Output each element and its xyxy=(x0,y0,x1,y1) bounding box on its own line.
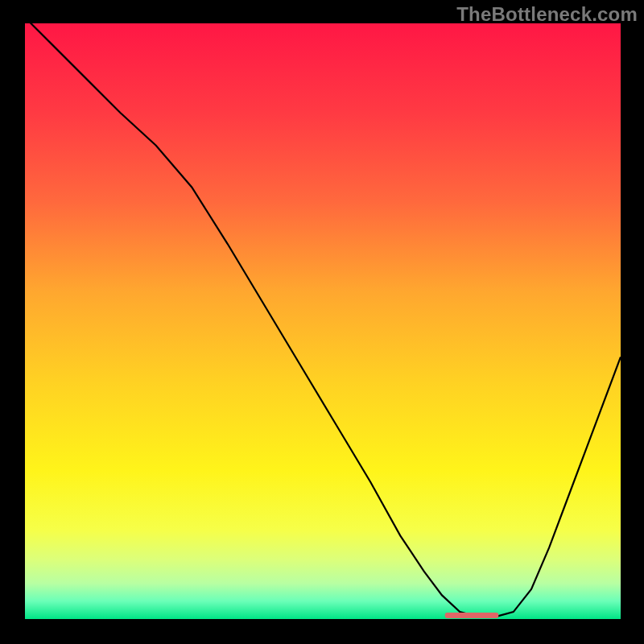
chart-svg xyxy=(25,23,621,619)
gradient-background xyxy=(25,23,621,619)
watermark-text: TheBottleneck.com xyxy=(456,3,638,26)
y-axis-line xyxy=(23,23,25,621)
x-axis-line xyxy=(23,619,621,621)
optimal-range-marker xyxy=(445,613,499,618)
plot-area xyxy=(25,23,621,619)
chart-frame: TheBottleneck.com xyxy=(0,0,644,644)
